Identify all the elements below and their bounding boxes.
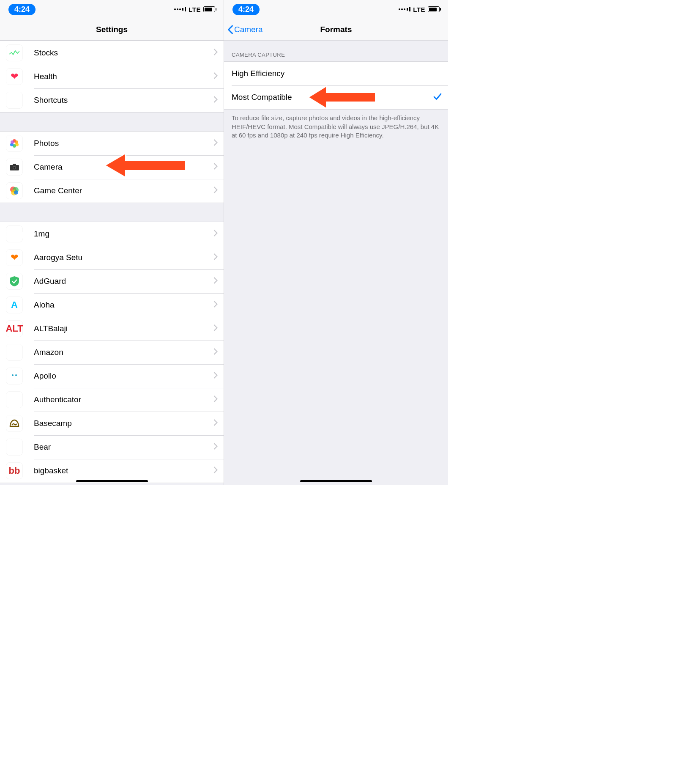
row-camera[interactable]: Camera bbox=[0, 155, 224, 179]
row-basecamp[interactable]: Basecamp bbox=[0, 412, 224, 435]
app-icon: 1mg bbox=[6, 225, 23, 242]
app-icon: A bbox=[6, 297, 23, 313]
row-label: Aarogya Setu bbox=[34, 253, 213, 262]
status-time-pill: 4:24 bbox=[8, 4, 36, 15]
row-aarogya[interactable]: ❤︎ Aarogya Setu bbox=[0, 246, 224, 269]
app-icon bbox=[6, 273, 23, 290]
row-label: Basecamp bbox=[34, 419, 213, 428]
chevron-right-icon bbox=[213, 230, 218, 238]
row-label: Stocks bbox=[34, 48, 213, 58]
option-label: High Efficiency bbox=[232, 69, 442, 78]
app-icon bbox=[6, 344, 23, 361]
chevron-right-icon bbox=[213, 467, 218, 475]
chevron-right-icon bbox=[213, 419, 218, 428]
signal-icon bbox=[399, 7, 410, 11]
row-label: Authenticator bbox=[34, 395, 213, 404]
status-indicators: LTE bbox=[174, 6, 215, 13]
row-shortcuts[interactable]: Shortcuts bbox=[0, 88, 224, 112]
row-altbalaji[interactable]: ALT ALTBalaji bbox=[0, 317, 224, 341]
app-icon bbox=[6, 368, 23, 384]
section-header: CAMERA CAPTURE bbox=[224, 41, 448, 61]
row-label: Apollo bbox=[34, 371, 213, 381]
stocks-icon bbox=[6, 44, 23, 61]
app-icon bbox=[6, 439, 23, 456]
chevron-right-icon bbox=[213, 277, 218, 286]
svg-rect-10 bbox=[13, 164, 16, 165]
health-icon: ❤︎ bbox=[6, 68, 23, 85]
row-authenticator[interactable]: Authenticator bbox=[0, 388, 224, 412]
chevron-right-icon bbox=[213, 372, 218, 380]
row-label: 1mg bbox=[34, 229, 213, 239]
row-aloha[interactable]: A Aloha bbox=[0, 293, 224, 317]
settings-group-media: Photos Camera Game Center bbox=[0, 131, 224, 203]
formats-header: Camera Formats bbox=[224, 19, 448, 41]
settings-group-system: Stocks ❤︎ Health Shortcuts bbox=[0, 41, 224, 113]
row-label: Shortcuts bbox=[34, 96, 213, 105]
row-1mg[interactable]: 1mg 1mg bbox=[0, 222, 224, 246]
chevron-right-icon bbox=[213, 187, 218, 195]
row-label: Camera bbox=[34, 162, 213, 172]
network-label: LTE bbox=[189, 6, 201, 13]
option-label: Most Compatible bbox=[232, 93, 433, 102]
svg-point-19 bbox=[10, 372, 19, 380]
chevron-right-icon bbox=[213, 163, 218, 171]
chevron-right-icon bbox=[213, 443, 218, 451]
settings-pane: 4:24 LTE Settings Stocks ❤︎ Health bbox=[0, 0, 224, 485]
row-label: bigbasket bbox=[34, 466, 213, 475]
page-title: Settings bbox=[96, 25, 128, 34]
row-stocks[interactable]: Stocks bbox=[0, 41, 224, 65]
row-bear[interactable]: Bear bbox=[0, 435, 224, 459]
svg-point-20 bbox=[12, 374, 14, 376]
gamecenter-icon bbox=[6, 182, 23, 199]
chevron-left-icon bbox=[227, 25, 233, 34]
status-bar: 4:24 LTE bbox=[0, 0, 224, 19]
home-indicator[interactable] bbox=[76, 480, 148, 482]
svg-point-16 bbox=[14, 190, 18, 195]
shortcuts-icon bbox=[6, 92, 23, 109]
svg-point-21 bbox=[15, 374, 17, 376]
row-gamecenter[interactable]: Game Center bbox=[0, 179, 224, 203]
chevron-right-icon bbox=[213, 96, 218, 104]
chevron-right-icon bbox=[213, 324, 218, 333]
row-bigbasket[interactable]: bb bigbasket bbox=[0, 459, 224, 483]
option-high-efficiency[interactable]: High Efficiency bbox=[224, 62, 448, 85]
app-icon bbox=[6, 391, 23, 408]
row-label: AdGuard bbox=[34, 277, 213, 286]
svg-rect-23 bbox=[12, 399, 17, 404]
settings-group-apps: 1mg 1mg ❤︎ Aarogya Setu AdGuard A Aloha … bbox=[0, 222, 224, 483]
app-icon: ALT bbox=[6, 320, 23, 337]
row-photos[interactable]: Photos bbox=[0, 132, 224, 155]
section-footer: To reduce file size, capture photos and … bbox=[224, 110, 448, 140]
chevron-right-icon bbox=[213, 139, 218, 148]
signal-icon bbox=[174, 7, 186, 11]
row-label: Amazon bbox=[34, 348, 213, 357]
status-indicators: LTE bbox=[399, 6, 440, 13]
page-title: Formats bbox=[320, 25, 352, 34]
back-button[interactable]: Camera bbox=[227, 19, 263, 40]
status-time-pill: 4:24 bbox=[232, 4, 260, 15]
row-label: Aloha bbox=[34, 300, 213, 310]
svg-point-8 bbox=[11, 140, 14, 144]
photos-icon bbox=[6, 135, 23, 152]
battery-icon bbox=[203, 6, 215, 12]
battery-icon bbox=[428, 6, 440, 12]
chevron-right-icon bbox=[213, 72, 218, 81]
svg-rect-1 bbox=[12, 98, 16, 102]
checkmark-icon bbox=[433, 92, 442, 103]
home-indicator[interactable] bbox=[300, 480, 372, 482]
app-icon: ❤︎ bbox=[6, 249, 23, 266]
svg-point-12 bbox=[14, 167, 16, 169]
row-adguard[interactable]: AdGuard bbox=[0, 269, 224, 293]
formats-pane: 4:24 LTE Camera Formats CAMERA CAPTURE H… bbox=[224, 0, 448, 485]
option-most-compatible[interactable]: Most Compatible bbox=[224, 85, 448, 109]
row-apollo[interactable]: Apollo bbox=[0, 364, 224, 388]
svg-rect-22 bbox=[14, 371, 15, 373]
chevron-right-icon bbox=[213, 348, 218, 357]
app-icon: bb bbox=[6, 462, 23, 479]
formats-group: High Efficiency Most Compatible bbox=[224, 61, 448, 110]
chevron-right-icon bbox=[213, 253, 218, 262]
row-amazon[interactable]: Amazon bbox=[0, 341, 224, 364]
app-icon bbox=[6, 415, 23, 432]
row-health[interactable]: ❤︎ Health bbox=[0, 65, 224, 88]
chevron-right-icon bbox=[213, 49, 218, 57]
